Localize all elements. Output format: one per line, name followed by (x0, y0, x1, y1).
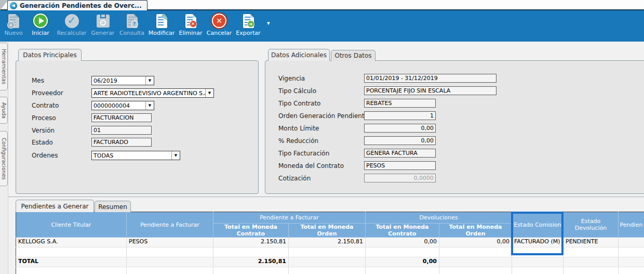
proceso-label: Proceso (32, 114, 56, 122)
generar-button[interactable]: Generar (88, 12, 117, 40)
vigencia-label: Vigencia (278, 75, 305, 82)
monto-limite-field[interactable]: 0,00 (364, 124, 436, 133)
contrato-label: Contrato (32, 102, 59, 109)
save-floppy-icon (94, 12, 112, 29)
proceso-field[interactable]: FACTURACION (91, 113, 152, 122)
col-group-devoluciones[interactable]: Devoluciones (366, 212, 512, 224)
chevron-down-icon: ▼ (145, 76, 154, 85)
col-header-estado-comision[interactable]: Estado Comision (512, 212, 564, 238)
app-logo-icon (10, 2, 17, 9)
recalcular-button[interactable]: ✓ Recalcular (55, 12, 88, 40)
start-play-icon (32, 12, 49, 29)
tab-pendientes-a-generar[interactable]: Pendientes a Generar (16, 200, 94, 212)
iniciar-button[interactable]: Iniciar (26, 12, 55, 40)
proveedor-label: Proveedor (32, 89, 63, 97)
table-row-total[interactable]: TOTAL 2.150,81 0,00 (16, 257, 644, 267)
version-label: Versión (32, 127, 55, 134)
cotizacion-label: Cotización (278, 175, 311, 182)
col-header-estado-devolucion[interactable]: Estado Devolución (564, 212, 619, 238)
query-document-icon: ? (123, 12, 141, 29)
window-title-tab[interactable]: Generación Pendientes de Overc... (7, 0, 147, 10)
eliminar-button[interactable]: ✕ Eliminar (177, 12, 205, 40)
sidebar-tab-configuraciones[interactable]: Configuraciones (0, 131, 8, 186)
sidebar-tab-ayuda[interactable]: Ayuda (0, 97, 8, 124)
datos-adicionales-panel: Vigencia 01/01/2019 - 31/12/2019 Tipo Cá… (265, 60, 644, 194)
estado-field[interactable]: FACTURADO (91, 138, 152, 147)
export-arrow-badge-icon: ➜ (247, 20, 254, 28)
chevron-down-icon: ▼ (205, 89, 213, 97)
table-row[interactable]: KELLOGG S.A. PESOS 2.150,81 2.150,81 0,0… (16, 238, 644, 247)
col-header-total-moneda-contrato-pf[interactable]: Total en Moneda Contrato (213, 224, 289, 238)
edit-document-icon: ✎ (153, 12, 170, 29)
new-document-icon: + (5, 12, 22, 29)
export-document-icon: ➜ (239, 12, 257, 29)
reduccion-label: % Reducción (278, 137, 318, 145)
title-bar: Generación Pendientes de Overc... (0, 0, 644, 10)
orden-generacion-pendiente-label: Orden Generación Pendiente (278, 112, 368, 120)
col-header-cliente-titular[interactable]: Cliente Titular (16, 212, 127, 238)
delete-badge-icon: ✕ (190, 20, 197, 28)
proveedor-combo[interactable]: ARTE RADIOTELEVISIVO ARGENTINO S.A. ▼ (91, 88, 214, 98)
cancel-circle-icon: ✕ (210, 12, 228, 29)
toolbar-dropdown-caret-icon[interactable]: ▾ (267, 20, 270, 27)
tipo-contrato-field[interactable]: REBATES (364, 99, 436, 108)
cancelar-button[interactable]: ✕ Cancelar (205, 12, 234, 40)
datos-principales-panel: Mes 06/2019 ▼ Proveedor ARTE RADIOTELEVI… (16, 60, 259, 194)
ordenes-label: Ordenes (32, 152, 58, 159)
tab-datos-adicionales[interactable]: Datos Adicionales (268, 49, 330, 61)
table-row[interactable] (16, 267, 644, 274)
tab-datos-principales[interactable]: Datos Principales (18, 49, 82, 61)
tipo-facturacion-label: Tipo Facturación (278, 150, 329, 157)
sidebar-tab-herramientas[interactable]: Herramientas (0, 43, 8, 90)
application-window: Generación Pendientes de Overc... + Nuev… (0, 0, 644, 274)
tab-otros-datos[interactable]: Otros Datos (331, 50, 375, 61)
reduccion-field[interactable]: 0,00 (364, 136, 436, 145)
section-divider (8, 197, 644, 197)
col-header-pendiente-cut[interactable]: Pendien (619, 212, 644, 238)
nuevo-button[interactable]: + Nuevo (1, 12, 26, 40)
mes-label: Mes (32, 77, 44, 84)
contrato-combo[interactable]: 0000000004 ▼ (91, 101, 154, 110)
pencil-icon: ✎ (160, 11, 169, 23)
col-header-total-moneda-orden-pf[interactable]: Total en Moneda Orden (289, 224, 366, 238)
mes-combo[interactable]: 06/2019 ▼ (91, 76, 154, 85)
monto-limite-label: Monto Límite (278, 125, 319, 132)
tipo-facturacion-field[interactable]: GENERA FACTURA (364, 149, 436, 158)
col-header-total-moneda-orden-dev[interactable]: Total en Moneda Orden (439, 224, 512, 238)
plus-badge-icon: + (7, 21, 15, 29)
main-toolbar: + Nuevo Iniciar ✓ Recalcular Generar (0, 10, 644, 42)
estado-label: Estado (32, 139, 53, 146)
chevron-down-icon: ▼ (171, 151, 180, 160)
vigencia-field[interactable]: 01/01/2019 - 31/12/2019 (364, 74, 497, 83)
chevron-down-icon: ▼ (145, 101, 154, 110)
version-field[interactable]: 01 (91, 126, 152, 135)
tipo-calculo-field[interactable]: PORCENTAJE FIJO SIN ESCALA (364, 86, 497, 95)
modificar-button[interactable]: ✎ Modificar (146, 12, 177, 40)
table-row[interactable] (16, 247, 644, 257)
tab-resumen[interactable]: Resumen (95, 201, 131, 212)
side-tab-strip: Herramientas Ayuda Configuraciones (0, 42, 8, 274)
col-header-pendiente-a-facturar[interactable]: Pendiente a Facturar (127, 212, 213, 238)
recalculate-check-icon: ✓ (63, 12, 81, 29)
tipo-contrato-label: Tipo Contrato (278, 100, 320, 107)
delete-document-icon: ✕ (182, 12, 199, 29)
pendientes-grid: Cliente Titular Pendiente a Facturar Pen… (16, 212, 644, 274)
ordenes-combo[interactable]: TODAS ▼ (91, 151, 180, 160)
cotizacion-field[interactable]: 0,0000 (364, 174, 436, 182)
window-title: Generación Pendientes de Overc... (20, 2, 142, 9)
col-header-total-moneda-contrato-dev[interactable]: Total en Moneda Contrato (366, 224, 439, 238)
exportar-button[interactable]: ➜ Exportar (234, 12, 263, 40)
consulta-button[interactable]: ? Consulta (117, 12, 146, 40)
col-group-pendiente-a-facturar[interactable]: Pendiente a Facturar (213, 212, 366, 224)
moneda-del-contrato-field[interactable]: PESOS (364, 161, 436, 170)
tipo-calculo-label: Tipo Cálculo (278, 87, 316, 95)
moneda-del-contrato-label: Moneda del Contrato (278, 162, 344, 169)
orden-generacion-pendiente-field[interactable]: 1 (364, 111, 436, 120)
question-badge-icon: ? (131, 20, 138, 28)
